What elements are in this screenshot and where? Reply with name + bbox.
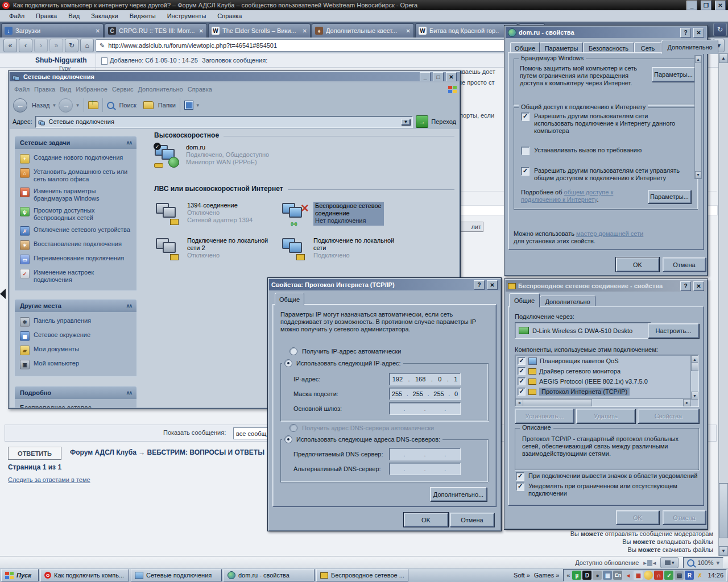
close-button[interactable]: ✕	[693, 281, 704, 291]
checkbox-icon[interactable]	[516, 472, 524, 481]
checkbox-icon[interactable]	[521, 167, 530, 176]
tray-network-activity-icon[interactable]: ▦	[603, 571, 612, 580]
menu-widgets[interactable]: Виджеты	[125, 12, 160, 20]
cancel-button[interactable]: Отмена	[450, 513, 494, 527]
scroll-left-icon[interactable]: ◄	[515, 399, 523, 406]
radio-icon[interactable]	[289, 347, 297, 355]
radio-manual-dns[interactable]	[284, 435, 292, 443]
checkbox-icon[interactable]	[518, 367, 526, 375]
install-button[interactable]: Установить...	[515, 409, 574, 423]
ok-button[interactable]: OK	[616, 510, 659, 525]
scroll-down-icon[interactable]: ▼	[719, 546, 728, 556]
tab-general[interactable]: Общие	[509, 293, 540, 307]
zoom-control[interactable]: 100% ▾	[683, 557, 723, 568]
radio-auto-ip[interactable]: Получить IP-адрес автоматически	[289, 347, 401, 355]
checkbox-allow-share[interactable]: Разрешить другим пользователям сети испо…	[521, 113, 688, 135]
clock[interactable]: 14:26	[708, 572, 723, 579]
fast-forward-icon[interactable]: »	[49, 39, 63, 52]
menu-edit[interactable]: Правка	[31, 12, 61, 20]
scroll-up-icon[interactable]: ▲	[719, 53, 728, 63]
place-network-neighborhood[interactable]: Сетевое окружение	[20, 331, 133, 341]
components-list[interactable]: Планировщик пакетов QoS Драйвер сетевого…	[515, 355, 699, 407]
task-change-settings[interactable]: Изменение настроек подключения	[20, 269, 133, 284]
back-icon[interactable]: ←	[13, 98, 27, 113]
scroll-up-icon[interactable]: ▲	[695, 56, 701, 63]
home-icon[interactable]: ⌂	[80, 39, 94, 52]
close-button[interactable]: ✕	[693, 28, 704, 38]
task-disable-device[interactable]: Отключение сетевого устройства	[20, 226, 133, 236]
checkbox-dial-on-demand[interactable]: Устанавливать вызов по требованию	[521, 147, 642, 155]
task-create-connection[interactable]: Создание нового подключения	[20, 154, 133, 164]
menu-view[interactable]: Вид	[64, 12, 84, 20]
tab-general[interactable]: Общие	[275, 293, 304, 306]
address-input[interactable]: Сетевые подключения ▼	[35, 116, 413, 128]
firewall-params-button[interactable]: Параметры...	[652, 67, 695, 82]
closed-tabs-button[interactable]: ↻	[713, 23, 727, 36]
chevron-icon[interactable]: »	[556, 572, 559, 579]
search-label[interactable]: Поиск	[119, 102, 136, 109]
properties-button[interactable]: Свойства	[638, 409, 699, 423]
collapse-icon[interactable]: ∧∧	[126, 140, 131, 146]
ics-params-button[interactable]: Параметры...	[648, 190, 691, 203]
panels-icon[interactable]: ▸◂	[643, 559, 656, 567]
configure-button[interactable]: Настроить...	[648, 323, 699, 338]
scroll-down-icon[interactable]: ▼	[691, 392, 698, 400]
advanced-button[interactable]: Дополнительно...	[430, 487, 487, 501]
scroll-thumb[interactable]	[523, 399, 592, 406]
menu-edit[interactable]: Правка	[32, 85, 57, 94]
help-button[interactable]: ?	[680, 281, 691, 291]
connection-lan[interactable]: Подключение по локальной сети Подключено	[282, 237, 399, 261]
task-firewall-settings[interactable]: Изменить параметры брандмауэра Windows	[20, 188, 133, 202]
menu-help[interactable]: Справка	[185, 85, 214, 94]
minimize-button[interactable]: _	[420, 72, 431, 81]
minimize-button[interactable]: _	[686, 1, 697, 10]
scroll-down-icon[interactable]: ▼	[695, 171, 701, 178]
gateway-input[interactable]: ...	[389, 402, 461, 415]
tray-device-icon[interactable]: ▤	[675, 571, 684, 580]
wireless-titlebar[interactable]: Беспроводное сетевое соединение - свойст…	[506, 280, 706, 292]
rewind-icon[interactable]: «	[3, 39, 17, 52]
forward-icon[interactable]: ›	[34, 39, 48, 52]
tab-close-icon[interactable]: ✕	[199, 28, 204, 34]
page-scrollbar[interactable]: ▲ ▼	[718, 53, 728, 556]
menu-bookmarks[interactable]: Закладки	[86, 12, 123, 20]
opera-panel-toggle[interactable]	[0, 289, 6, 299]
forward-icon[interactable]: →	[59, 98, 73, 113]
task-view-wireless[interactable]: Просмотр доступных беспроводных сетей	[20, 207, 133, 222]
list-vscrollbar[interactable]: ▲ ▼	[690, 355, 698, 400]
back-dropdown-icon[interactable]: ▼	[52, 103, 57, 108]
dns-preferred-input[interactable]: ...	[389, 448, 461, 460]
go-icon[interactable]: →	[416, 115, 428, 128]
cancel-button[interactable]: Отмена	[663, 510, 706, 525]
search-icon[interactable]	[107, 102, 114, 109]
up-folder-icon[interactable]: ↑	[88, 101, 98, 109]
component-tcpip[interactable]: Протокол Интернета (TCP/IP)	[516, 386, 691, 397]
tab-close-icon[interactable]: ✕	[406, 28, 411, 34]
forward-dropdown-icon[interactable]: ▼	[75, 103, 80, 108]
menu-help[interactable]: Справка	[213, 12, 246, 20]
tray-cut-icon[interactable]: ✗	[695, 571, 704, 580]
breadcrumb[interactable]: Форум АДСЛ Клуба → ВЕБСТРИМ: ВОПРОСЫ И О…	[70, 448, 264, 456]
collapse-icon[interactable]: ∧∧	[126, 390, 131, 396]
reload-icon[interactable]: ↻	[65, 39, 78, 52]
tab-quests[interactable]: ♦ Дополнительные квест... ✕	[312, 23, 414, 38]
scroll-thumb[interactable]	[691, 362, 698, 371]
chevron-icon[interactable]: »	[527, 572, 530, 579]
back-icon[interactable]: ‹	[19, 39, 32, 52]
menu-advanced[interactable]: Дополнительно	[136, 85, 185, 94]
back-label[interactable]: Назад	[32, 102, 50, 109]
ok-button[interactable]: OK	[404, 513, 448, 527]
taskbar-button-wireless[interactable]: Беспроводное сетевое ...	[316, 569, 408, 581]
folders-icon[interactable]	[143, 101, 154, 109]
update-available-text[interactable]: Доступно обновление	[575, 559, 639, 566]
quicklaunch-soft[interactable]: Soft»	[514, 572, 530, 579]
place-control-panel[interactable]: Панель управления	[20, 317, 133, 327]
remove-button[interactable]: Удалить	[576, 409, 635, 423]
help-button[interactable]: ?	[680, 28, 691, 38]
menu-view[interactable]: Вид	[57, 85, 73, 94]
tray-timer-icon[interactable]: ●	[593, 571, 602, 580]
task-repair-connection[interactable]: Восстановление подключения	[20, 240, 133, 250]
watch-topic-link[interactable]: Следить за ответами в теме	[8, 476, 90, 483]
close-button[interactable]: ✕	[487, 280, 498, 290]
tab-elder-scrolls-wiki[interactable]: W The Elder Scrolls – Вики... ✕	[208, 23, 311, 38]
